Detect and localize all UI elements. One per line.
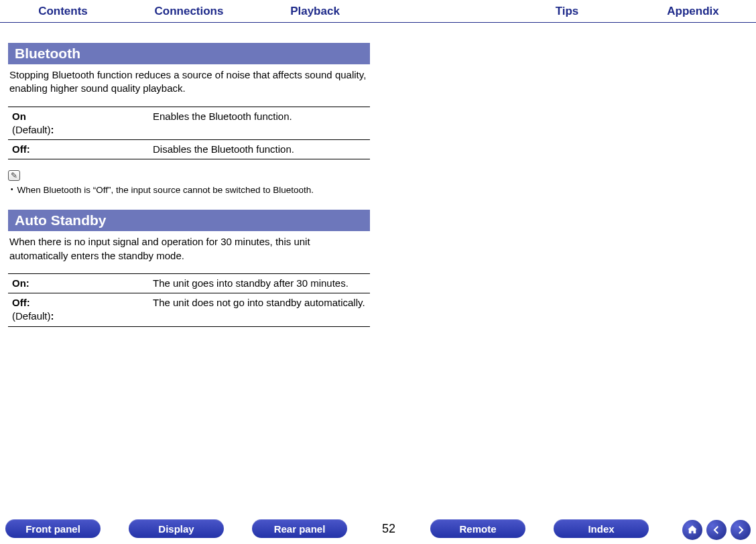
tab-label: Connections xyxy=(155,5,224,18)
tab-label: Playback xyxy=(290,5,340,18)
section-desc-autostandby: When there is no input signal and operat… xyxy=(8,235,370,263)
section-heading-bluetooth: Bluetooth xyxy=(8,43,370,64)
pill-display[interactable]: Display xyxy=(129,519,224,538)
prev-button[interactable] xyxy=(706,520,727,540)
option-value: Enables the Bluetooth function. xyxy=(149,107,370,140)
section-desc-bluetooth: Stopping Bluetooth function reduces a so… xyxy=(8,68,370,96)
pill-index[interactable]: Index xyxy=(554,519,649,538)
arrow-left-icon xyxy=(710,524,722,536)
arrow-right-icon xyxy=(735,524,747,536)
option-key: On(Default): xyxy=(8,107,149,140)
option-value: The unit does not go into standby automa… xyxy=(149,293,370,327)
tab-appendix[interactable]: Appendix xyxy=(630,0,756,22)
tab-label: Appendix xyxy=(667,5,718,18)
tab-label: Settings xyxy=(418,5,463,18)
content: Bluetooth Stopping Bluetooth function re… xyxy=(0,23,756,336)
tab-tips[interactable]: Tips xyxy=(504,0,630,22)
pill-rear-panel[interactable]: Rear panel xyxy=(252,519,347,538)
tab-settings[interactable]: Settings xyxy=(378,0,504,22)
home-button[interactable] xyxy=(682,520,702,540)
option-key: Off:(Default): xyxy=(8,293,149,327)
home-icon xyxy=(686,524,698,536)
tab-label: Contents xyxy=(38,5,88,18)
section-heading-autostandby: Auto Standby xyxy=(8,210,370,231)
table-row: Off:(Default):The unit does not go into … xyxy=(8,293,370,327)
bottom-right-controls xyxy=(682,520,751,540)
pill-front-panel[interactable]: Front panel xyxy=(5,519,101,538)
option-key: Off: xyxy=(8,140,149,159)
list-item: When Bluetooth is “Off”, the input sourc… xyxy=(11,185,370,195)
bluetooth-notes: When Bluetooth is “Off”, the input sourc… xyxy=(8,185,370,195)
tab-playback[interactable]: Playback xyxy=(252,0,378,22)
tab-label: Tips xyxy=(556,5,579,18)
page-number: 52 xyxy=(375,522,402,536)
next-button[interactable] xyxy=(731,520,751,540)
option-key: On: xyxy=(8,273,149,293)
option-value: Disables the Bluetooth function. xyxy=(149,140,370,159)
option-value: The unit goes into standby after 30 minu… xyxy=(149,273,370,293)
tab-connections[interactable]: Connections xyxy=(126,0,252,22)
bottom-bar: Front panel Display Rear panel 52 Remote… xyxy=(0,517,756,540)
left-column: Bluetooth Stopping Bluetooth function re… xyxy=(8,43,370,336)
table-row: On(Default):Enables the Bluetooth functi… xyxy=(8,107,370,140)
table-row: On:The unit goes into standby after 30 m… xyxy=(8,273,370,293)
tab-contents[interactable]: Contents xyxy=(0,0,126,22)
pill-remote[interactable]: Remote xyxy=(430,519,525,538)
bluetooth-options-table: On(Default):Enables the Bluetooth functi… xyxy=(8,107,370,160)
note-icon: ✎ xyxy=(8,170,20,181)
top-nav: ContentsConnectionsPlaybackSettingsTipsA… xyxy=(0,0,756,23)
autostandby-options-table: On:The unit goes into standby after 30 m… xyxy=(8,273,370,327)
table-row: Off:Disables the Bluetooth function. xyxy=(8,140,370,159)
